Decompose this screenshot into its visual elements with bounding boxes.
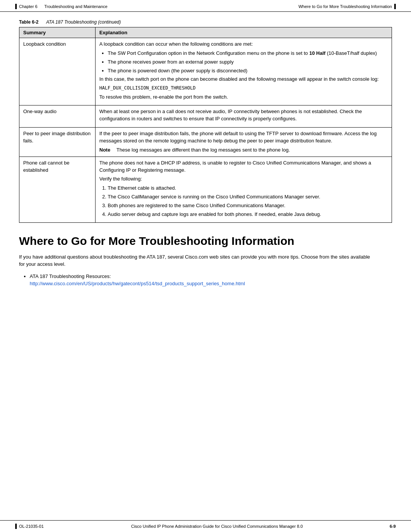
footer-page-number: 6-9 — [373, 524, 396, 529]
section-body: If you have additional questions about t… — [19, 253, 377, 268]
footer-bar-left — [15, 524, 17, 529]
section-heading: Where to Go for More Troubleshooting Inf… — [19, 234, 392, 248]
footer-left: OL-21035-01 — [15, 524, 61, 529]
list-item: The Cisco CallManager service is running… — [108, 193, 388, 201]
summary-cell-peer: Peer to peer image distribution fails. — [19, 128, 96, 157]
list-item: Both phones are registered to the same C… — [108, 202, 388, 209]
note-label: Note — [99, 147, 113, 154]
col-header-summary: Summary — [19, 27, 96, 38]
table-header-row: Summary Explanation — [19, 27, 392, 38]
explanation-cell-phone: The phone does not have a DHCP IP addres… — [96, 157, 392, 222]
list-item: The Ethernet cable is attached. — [108, 185, 388, 192]
loopback-bullets: The SW Port Configuration option in the … — [108, 50, 388, 75]
explanation-cell-oneway: When at least one person in a call does … — [96, 105, 392, 128]
table-row: Phone call cannot be established The pho… — [19, 157, 392, 222]
explanation-cell-loopback: A loopback condition can occur when the … — [96, 38, 392, 105]
header-chapter-label: Chapter 6 — [19, 4, 37, 9]
note-text: These log messages are different than th… — [116, 147, 290, 154]
footer-center-text: Cisco Unified IP Phone Administration Gu… — [61, 524, 373, 529]
oneway-intro: When at least one person in a call does … — [99, 108, 388, 123]
main-table: Summary Explanation Loopback condition A… — [19, 27, 392, 223]
bullet-label: ATA 187 Troubleshooting Resources: — [30, 273, 111, 279]
list-item: ATA 187 Troubleshooting Resources: http:… — [30, 273, 392, 288]
table-row: Peer to peer image distribution fails. I… — [19, 128, 392, 157]
header-left: Chapter 6 Troubleshooting and Maintenanc… — [15, 4, 107, 9]
footer-doc-number: OL-21035-01 — [19, 524, 44, 529]
phone-steps: The Ethernet cable is attached. The Cisc… — [108, 185, 388, 218]
header-chapter-title: Troubleshooting and Maintenance — [44, 4, 107, 9]
list-item: Audio server debug and capture logs are … — [108, 211, 388, 218]
header-right: Where to Go for More Troubleshooting Inf… — [298, 4, 396, 9]
page-footer: OL-21035-01 Cisco Unified IP Phone Admin… — [0, 520, 411, 532]
table-caption-title: ATA 187 Troubleshooting (continued) — [46, 19, 121, 25]
list-item: The phone receives power from an externa… — [108, 59, 388, 66]
list-item: The phone is powered down (the power sup… — [108, 67, 388, 75]
summary-cell-oneway: One-way audio — [19, 105, 96, 128]
explanation-cell-peer: If the peer to peer image distribution f… — [96, 128, 392, 157]
loopback-end: To resolve this problem, re-enable the p… — [99, 94, 388, 101]
summary-cell-loopback: Loopback condition — [19, 38, 96, 105]
loopback-intro: A loopback condition can occur when the … — [99, 41, 388, 48]
phone-verify: Verify the following: — [99, 176, 388, 183]
page-header: Chapter 6 Troubleshooting and Maintenanc… — [0, 0, 411, 12]
main-content: Table 6-2 ATA 187 Troubleshooting (conti… — [0, 12, 411, 297]
table-row: One-way audio When at least one person i… — [19, 105, 392, 128]
table-row: Loopback condition A loopback condition … — [19, 38, 392, 105]
phone-intro: The phone does not have a DHCP IP addres… — [99, 160, 388, 174]
header-bar-right — [394, 4, 396, 9]
table-caption-prefix: Table 6-2 — [19, 19, 38, 25]
loopback-after: In this case, the switch port on the pho… — [99, 76, 388, 83]
table-caption: Table 6-2 ATA 187 Troubleshooting (conti… — [19, 19, 392, 25]
col-header-explanation: Explanation — [96, 27, 392, 38]
summary-cell-phone: Phone call cannot be established — [19, 157, 96, 222]
note-row: Note These log messages are different th… — [99, 147, 388, 154]
loopback-monospace: HALF_DUX_COLLISION_EXCEED_THRESHOLD — [99, 85, 388, 91]
peer-intro: If the peer to peer image distribution f… — [99, 130, 388, 145]
header-right-title: Where to Go for More Troubleshooting Inf… — [298, 4, 392, 9]
section-bullets: ATA 187 Troubleshooting Resources: http:… — [30, 273, 392, 288]
list-item: The SW Port Configuration option in the … — [108, 50, 388, 57]
troubleshooting-link[interactable]: http://www.cisco.com/en/US/products/hw/g… — [30, 281, 245, 286]
header-bar-left — [15, 4, 17, 9]
